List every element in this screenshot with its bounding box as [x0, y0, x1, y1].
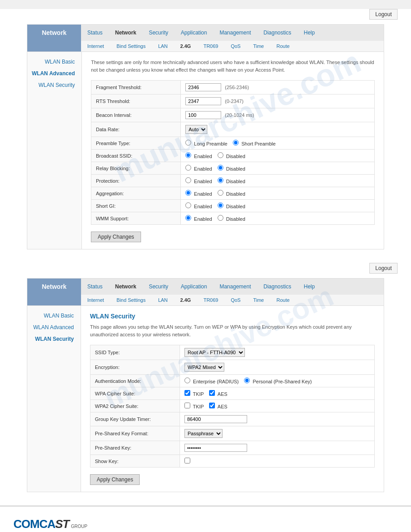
- checkbox-wpa2-tkip[interactable]: [184, 403, 190, 408]
- value-encryption: WPA2 Mixed: [180, 360, 375, 375]
- subnav-lan-1[interactable]: LAN: [152, 41, 174, 51]
- nav-network-1[interactable]: Network: [109, 25, 142, 41]
- radio-protection-enabled[interactable]: [185, 177, 191, 183]
- sidebar-wlan-security-2[interactable]: WLAN Security: [32, 336, 76, 342]
- panel1-sub-items: Internet Bind Settings LAN 2.4G TR069 Qo…: [81, 41, 384, 51]
- sidebar-wlan-advanced-2[interactable]: WLAN Advanced: [32, 324, 76, 330]
- select-ssid-type[interactable]: Root AP - FTTH-A090: [184, 348, 245, 357]
- subnav-route-2[interactable]: Route: [270, 295, 296, 305]
- subnav-24g-1[interactable]: 2.4G: [174, 41, 197, 51]
- radio-short-preamble[interactable]: [233, 140, 239, 146]
- subnav-24g-2[interactable]: 2.4G: [174, 295, 197, 305]
- nav-status-1[interactable]: Status: [81, 25, 109, 41]
- table-row: Group Key Update Timer:: [90, 412, 375, 426]
- table-row: Relay Blocking: Enabled Disabled: [91, 162, 375, 175]
- sidebar-wlan-basic-2[interactable]: WLAN Basic: [32, 313, 76, 319]
- subnav-internet-2[interactable]: Internet: [81, 295, 110, 305]
- radio-aggregation-disabled[interactable]: [218, 190, 223, 196]
- footer-logo-text: COMCAST: [13, 517, 69, 531]
- subnav-time-2[interactable]: Time: [247, 295, 270, 305]
- input-rts[interactable]: [185, 97, 221, 105]
- radio-long-preamble[interactable]: [185, 140, 191, 146]
- radio-relay-disabled[interactable]: [218, 165, 223, 171]
- radio-wmm-disabled[interactable]: [218, 215, 223, 221]
- table-row: WMM Support: Enabled Disabled: [91, 212, 375, 225]
- table-row: SSID Type: Root AP - FTTH-A090: [90, 345, 375, 360]
- nav-security-1[interactable]: Security: [142, 25, 174, 41]
- nav-diagnostics-2[interactable]: Diagnostics: [257, 279, 298, 295]
- radio-protection-disabled[interactable]: [218, 177, 223, 183]
- nav-help-2[interactable]: Help: [298, 279, 321, 295]
- apply-button-1[interactable]: Apply Changes: [91, 232, 141, 242]
- label-broadcast-ssid: Broadcast SSID:: [91, 150, 181, 162]
- input-group-key[interactable]: [184, 415, 247, 423]
- sidebar-wlan-advanced-1[interactable]: WLAN Advanced: [32, 70, 77, 77]
- select-psk-format[interactable]: Passphrase: [184, 429, 223, 438]
- radio-relay-enabled[interactable]: [185, 165, 191, 171]
- subnav-qos-1[interactable]: QoS: [224, 41, 247, 51]
- radio-aggregation-enabled[interactable]: [185, 190, 191, 196]
- value-preamble: Long Preamble Short Preamble: [181, 137, 375, 150]
- logout-button-2[interactable]: Logout: [369, 263, 398, 274]
- checkbox-show-key[interactable]: [184, 458, 190, 463]
- radio-personal[interactable]: [244, 378, 250, 383]
- input-psk[interactable]: [184, 444, 247, 452]
- panel1-sub-brand: [27, 41, 81, 51]
- value-auth-mode: Enterprise (RADIUS) Personal (Pre-Shared…: [180, 375, 375, 387]
- subnav-lan-2[interactable]: LAN: [152, 295, 174, 305]
- checkbox-wpa-aes[interactable]: [209, 390, 215, 396]
- panel2-container: Logout Network Status Network Security A…: [13, 263, 398, 492]
- nav-management-1[interactable]: Management: [213, 25, 257, 41]
- subnav-time-1[interactable]: Time: [247, 41, 270, 51]
- panel2-sub-brand: [27, 295, 81, 305]
- radio-shortgi-enabled[interactable]: [185, 202, 191, 208]
- table-row: Short GI: Enabled Disabled: [91, 200, 375, 212]
- panel2-nav-items: Status Network Security Application Mana…: [81, 279, 384, 295]
- label-rts: RTS Threshold:: [91, 94, 181, 108]
- radio-wmm-enabled[interactable]: [185, 215, 191, 221]
- nav-network-2[interactable]: Network: [109, 279, 142, 295]
- input-beacon[interactable]: [185, 111, 221, 119]
- nav-security-2[interactable]: Security: [142, 279, 174, 295]
- value-wpa2-cipher: TKIP AES: [180, 400, 375, 412]
- table-row: Protection: Enabled Disabled: [91, 175, 375, 187]
- label-wpa2-cipher: WPA2 Cipher Suite:: [90, 400, 180, 412]
- subnav-qos-2[interactable]: QoS: [224, 295, 247, 305]
- table-row: Authentication Mode: Enterprise (RADIUS)…: [90, 375, 375, 387]
- subnav-route-1[interactable]: Route: [270, 41, 296, 51]
- subnav-tr069-1[interactable]: TR069: [197, 41, 224, 51]
- nav-status-2[interactable]: Status: [81, 279, 109, 295]
- radio-bssid-disabled[interactable]: [218, 152, 223, 158]
- label-protection-disabled: Disabled: [225, 179, 245, 184]
- sidebar-wlan-basic-1[interactable]: WLAN Basic: [32, 59, 77, 65]
- sidebar-wlan-security-1[interactable]: WLAN Security: [32, 82, 77, 88]
- nav-application-2[interactable]: Application: [175, 279, 214, 295]
- nav-management-2[interactable]: Management: [213, 279, 257, 295]
- value-group-key: [180, 412, 375, 426]
- label-long-preamble: Long Preamble: [193, 141, 227, 146]
- label-datarate: Data Rate:: [91, 122, 181, 137]
- subnav-bindsettings-2[interactable]: Bind Settings: [110, 295, 152, 305]
- radio-bssid-enabled[interactable]: [185, 152, 191, 158]
- nav-diagnostics-1[interactable]: Diagnostics: [257, 25, 298, 41]
- table-row: Broadcast SSID: Enabled Disabled: [91, 150, 375, 162]
- select-datarate[interactable]: Auto: [185, 125, 207, 134]
- table-row: Fragment Threshold: (256-2346): [91, 81, 375, 94]
- radio-enterprise[interactable]: [184, 378, 190, 383]
- label-encryption: Encryption:: [90, 360, 180, 375]
- apply-button-2[interactable]: Apply Changes: [90, 474, 140, 485]
- subnav-bindsettings-1[interactable]: Bind Settings: [110, 41, 152, 51]
- checkbox-wpa-tkip[interactable]: [184, 390, 190, 396]
- checkbox-wpa2-aes[interactable]: [209, 403, 215, 408]
- label-relay-enabled: Enabled: [193, 166, 212, 172]
- panel1: Network Status Network Security Applicat…: [27, 24, 384, 249]
- input-fragment[interactable]: [185, 83, 221, 91]
- subnav-tr069-2[interactable]: TR069: [197, 295, 224, 305]
- nav-application-1[interactable]: Application: [175, 25, 214, 41]
- select-encryption[interactable]: WPA2 Mixed: [184, 363, 224, 372]
- value-datarate: Auto: [181, 122, 375, 137]
- logout-button-1[interactable]: Logout: [369, 9, 398, 20]
- nav-help-1[interactable]: Help: [298, 25, 321, 41]
- subnav-internet-1[interactable]: Internet: [81, 41, 110, 51]
- radio-shortgi-disabled[interactable]: [218, 202, 223, 208]
